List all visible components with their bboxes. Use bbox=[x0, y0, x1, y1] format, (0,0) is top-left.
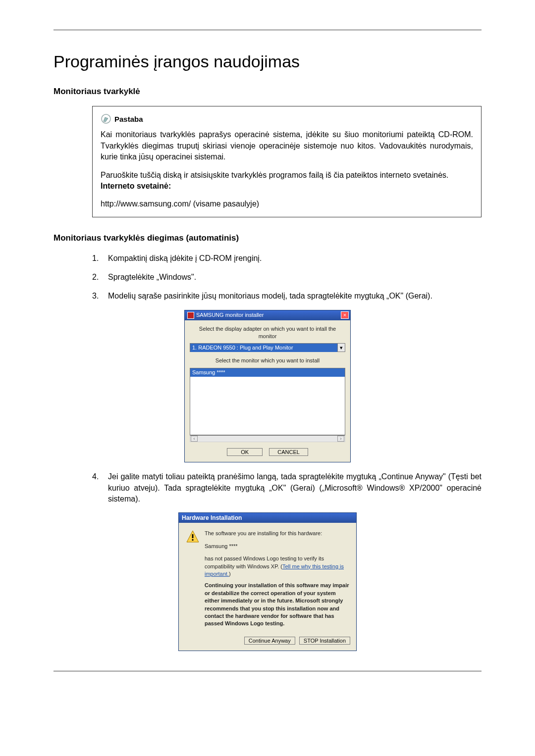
dialog-titlebar: Hardware Installation bbox=[179, 513, 356, 523]
svg-rect-3 bbox=[192, 539, 194, 541]
hw-device-name: Samsung **** bbox=[205, 543, 349, 550]
hw-bold-warning: Continuing your installation of this sof… bbox=[205, 582, 349, 627]
step-number: 2. bbox=[92, 272, 108, 283]
ok-button[interactable]: OK bbox=[227, 448, 263, 456]
install-steps: 1. Kompaktinį diską įdėkite į CD-ROM įre… bbox=[92, 253, 482, 302]
step-3-text: Modelių sąraše pasirinkite jūsų monitori… bbox=[108, 291, 482, 302]
step-number: 4. bbox=[92, 471, 108, 504]
note-title: Pastaba bbox=[114, 114, 143, 124]
section-auto-install-heading: Monitoriaus tvarkyklės diegimas (automat… bbox=[54, 232, 482, 244]
dialog-title: SAMSUNG monitor installer bbox=[196, 311, 264, 319]
installer-dialog-figure: SAMSUNG monitor installer × Select the d… bbox=[54, 310, 482, 463]
stop-installation-button[interactable]: STOP Installation bbox=[299, 637, 350, 645]
page-title: Programinės įrangos naudojimas bbox=[54, 50, 482, 74]
bottom-divider bbox=[54, 671, 482, 671]
website-url: http://www.samsung.com/ (visame pasaulyj… bbox=[101, 199, 473, 209]
app-icon bbox=[187, 312, 194, 319]
svg-rect-2 bbox=[192, 534, 194, 538]
chevron-down-icon[interactable]: ▾ bbox=[337, 344, 345, 352]
cancel-button[interactable]: CANCEL bbox=[269, 448, 308, 456]
note-paragraph-2: Paruoškite tuščią diską ir atsisiųskite … bbox=[101, 170, 473, 192]
step-2-text: Spragtelėkite „Windows". bbox=[108, 272, 482, 283]
step-number: 3. bbox=[92, 291, 108, 302]
warning-icon bbox=[186, 530, 200, 544]
continue-anyway-button[interactable]: Continue Anyway bbox=[244, 637, 295, 645]
adapter-select-value: 1. RADEON 9550 : Plug and Play Monitor bbox=[190, 344, 337, 352]
scroll-right-icon[interactable]: › bbox=[337, 436, 344, 442]
list-item[interactable]: Samsung **** bbox=[190, 368, 345, 377]
hw-title: Hardware Installation bbox=[182, 514, 242, 522]
note-paragraph-1: Kai monitoriaus tvarkyklės paprašys oper… bbox=[101, 129, 473, 162]
scroll-left-icon[interactable]: ‹ bbox=[191, 436, 198, 442]
step-number: 1. bbox=[92, 253, 108, 264]
monitor-listbox[interactable]: Samsung **** bbox=[190, 368, 345, 435]
installer-dialog: SAMSUNG monitor installer × Select the d… bbox=[184, 310, 351, 463]
prompt-adapter: Select the display adapter on which you … bbox=[190, 325, 345, 341]
top-divider bbox=[54, 30, 482, 30]
website-label: Interneto svetainė: bbox=[101, 181, 473, 192]
adapter-select[interactable]: 1. RADEON 9550 : Plug and Play Monitor ▾ bbox=[190, 343, 345, 352]
hw-compat-text: has not passed Windows Logo testing to v… bbox=[205, 555, 349, 578]
prompt-monitor: Select the monitor which you want to ins… bbox=[190, 357, 345, 364]
install-steps-cont: 4. Jei galite matyti toliau pateiktą pra… bbox=[92, 471, 482, 504]
step-1-text: Kompaktinį diską įdėkite į CD-ROM įrengi… bbox=[108, 253, 482, 264]
dialog-titlebar: SAMSUNG monitor installer × bbox=[185, 310, 350, 320]
hardware-warning-dialog: Hardware Installation The software you a… bbox=[178, 512, 357, 651]
close-icon[interactable]: × bbox=[341, 311, 349, 319]
hardware-warning-figure: Hardware Installation The software you a… bbox=[54, 512, 482, 651]
horizontal-scrollbar[interactable]: ‹ › bbox=[190, 435, 345, 442]
hw-line1: The software you are installing for this… bbox=[205, 530, 349, 537]
step-4-text: Jei galite matyti toliau pateiktą pranėš… bbox=[108, 471, 482, 504]
note-icon bbox=[101, 113, 111, 124]
section-monitor-driver-heading: Monitoriaus tvarkyklė bbox=[54, 86, 482, 98]
note-box: Pastaba Kai monitoriaus tvarkyklės papra… bbox=[92, 106, 482, 217]
